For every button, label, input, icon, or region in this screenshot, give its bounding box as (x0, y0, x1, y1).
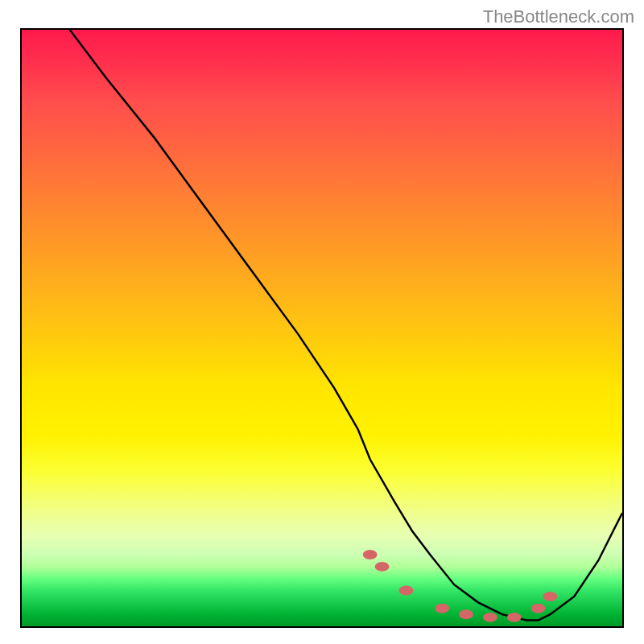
chart-area (20, 28, 624, 628)
data-marker (531, 604, 546, 613)
data-marker (435, 604, 449, 613)
data-marker (543, 592, 558, 601)
data-marker (483, 613, 497, 622)
data-marker (459, 609, 473, 619)
data-marker (375, 562, 390, 572)
data-marker (363, 550, 378, 559)
watermark-text: TheBottleneck.com (483, 6, 634, 27)
curve-markers (363, 550, 558, 622)
chart-svg (22, 30, 622, 626)
data-marker (507, 613, 522, 622)
data-marker (398, 586, 413, 596)
bottleneck-curve-line (70, 30, 622, 621)
